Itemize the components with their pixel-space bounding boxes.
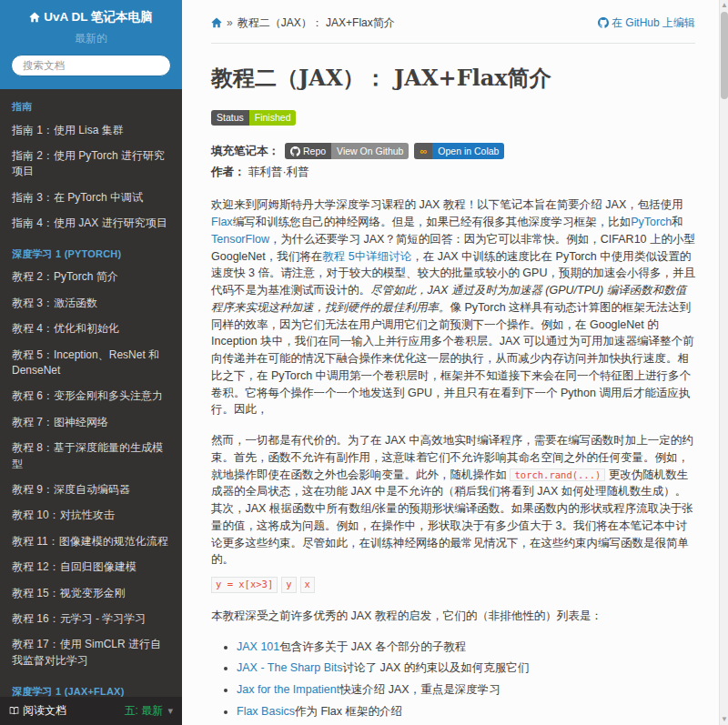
github-icon	[598, 17, 609, 28]
sidebar: UvA DL 笔记本电脑 最新的 指南指南 1：使用 Lisa 集群指南 2：使…	[0, 0, 182, 725]
text-run: 作为 Flax 框架的介绍	[295, 705, 402, 718]
home-icon	[211, 17, 222, 28]
colab-infinity-icon: ∞	[420, 146, 427, 156]
scrollbar-thumb[interactable]	[721, 12, 728, 99]
scroll-up-icon[interactable]: ▲	[720, 0, 728, 11]
inline-link[interactable]: JAX 101	[237, 640, 279, 653]
open-in-colab-badge[interactable]: ∞ Open in Colab	[414, 143, 504, 159]
sidebar-item[interactable]: 教程 7：图神经网络	[0, 409, 182, 435]
breadcrumb-separator: »	[227, 15, 233, 31]
sidebar-header: UvA DL 笔记本电脑 最新的	[0, 0, 182, 89]
text-run: 快速介绍 JAX，重点是深度学习	[339, 683, 500, 696]
filled-notebooks-row: 填充笔记本： Repo View On Github ∞ Open in Col…	[211, 143, 695, 160]
text-run: 更改伪随机数生成器的全局状态，这在功能 JAX 中是不允许的（稍后我们将看到 J…	[211, 468, 693, 567]
sidebar-item[interactable]: 教程 10：对抗性攻击	[0, 503, 182, 529]
home-icon	[29, 12, 40, 23]
page-title: 教程二（JAX）： JAX+Flax简介	[211, 62, 695, 95]
author-label: 作者：	[211, 166, 246, 178]
search-box	[11, 55, 171, 76]
sidebar-item[interactable]: 教程 6：变形金刚和多头注意力	[0, 384, 182, 409]
sidebar-item[interactable]: 教程 16：元学习 - 学习学习	[0, 606, 182, 631]
sidebar-item[interactable]: 教程 4：优化和初始化	[0, 317, 182, 342]
sidebar-item[interactable]: 教程 8：基于深度能量的生成模型	[0, 436, 182, 478]
text-run: 欢迎来到阿姆斯特丹大学深度学习课程的 JAX 教程！以下笔记本旨在简要介绍 JA…	[211, 198, 683, 211]
author-name: 菲利普·利普	[248, 166, 309, 178]
inline-link[interactable]: Jax for the Impatient	[237, 683, 339, 696]
list-item: JAX 101包含许多关于 JAX 各个部分的子教程	[237, 639, 695, 656]
sidebar-item[interactable]: 教程 12：自回归图像建模	[0, 555, 182, 580]
notebooks-label: 填充笔记本：	[211, 143, 279, 160]
sidebar-item[interactable]: 指南 2：使用 PyTorch 进行研究项目	[0, 143, 182, 185]
list-item: Flax Basics作为 Flax 框架的介绍	[237, 703, 695, 720]
inline-code: y	[281, 577, 296, 593]
status-badge-value: Finished	[249, 110, 297, 126]
version-current[interactable]: 最新	[141, 704, 163, 717]
inline-link[interactable]: Flax Basics	[237, 705, 295, 718]
chevron-down-icon[interactable]: ▾	[167, 705, 173, 716]
sidebar-item[interactable]: 指南 1：使用 Lisa 集群	[0, 117, 182, 143]
list-item: Jax for the Impatient快速介绍 JAX，重点是深度学习	[237, 681, 695, 699]
sidebar-item[interactable]: 教程 11：图像建模的规范化流程	[0, 529, 182, 554]
sidebar-item[interactable]: 教程 17：使用 SimCLR 进行自我监督对比学习	[0, 632, 182, 674]
inline-code: torch.rand(...)	[510, 468, 605, 481]
divider	[211, 43, 695, 44]
inline-link[interactable]: 教程 5中详细讨论	[322, 250, 411, 263]
sidebar-item[interactable]: 教程 9：深度自动编码器	[0, 477, 182, 502]
read-docs-label: 阅读文档	[23, 703, 66, 719]
version-prefix: 五:	[124, 704, 137, 717]
search-input[interactable]	[11, 55, 171, 76]
sidebar-item[interactable]: 指南 4：使用 JAX 进行研究项目	[0, 211, 182, 237]
breadcrumb: » 教程二（JAX）： JAX+Flax简介 在 GitHub 上编辑	[211, 15, 695, 31]
colab-badge-value: Open in Colab	[432, 143, 504, 159]
text-run: 讨论了 JAX 的约束以及如何克服它们	[343, 661, 530, 674]
sidebar-item[interactable]: 教程 3：激活函数	[0, 290, 182, 316]
sidebar-item[interactable]: 教程 5：Inception、ResNet 和 DenseNet	[0, 342, 182, 384]
page-scrollbar[interactable]: ▲ ▼	[719, 0, 728, 725]
inspired-paragraph: 本教程深受之前许多优秀的 JAX 教程的启发，它们的（非排他性的）列表是：	[211, 608, 695, 625]
inline-link[interactable]: PyTorch	[631, 216, 672, 228]
inline-link[interactable]: Flax	[211, 216, 233, 228]
repo-badge-label: Repo	[303, 146, 326, 156]
inline-code: y = x[x>3]	[211, 577, 278, 593]
view-on-github-badge[interactable]: Repo View On Github	[285, 143, 409, 159]
main-content: » 教程二（JAX）： JAX+Flax简介 在 GitHub 上编辑 教程二（…	[182, 0, 719, 725]
sidebar-menu: 指南指南 1：使用 Lisa 集群指南 2：使用 PyTorch 进行研究项目指…	[0, 89, 182, 725]
link-list: JAX 101包含许多关于 JAX 各个部分的子教程JAX - The Shar…	[237, 639, 695, 720]
status-badge-label: Status	[211, 110, 249, 126]
scroll-down-icon[interactable]: ▼	[720, 714, 728, 725]
status-badge: Status Finished	[211, 110, 296, 126]
sidebar-section-caption: 深度学习 1 (PYTORCH)	[0, 237, 182, 265]
text-run: 像 PyTorch 这样具有动态计算图的框架无法达到同样的效率，因为它们无法在用…	[211, 301, 694, 417]
sidebar-item[interactable]: 指南 3：在 PyTorch 中调试	[0, 185, 182, 210]
inline-link[interactable]: JAX - The Sharp Bits	[237, 661, 343, 674]
sidebar-section-caption: 指南	[0, 89, 182, 117]
sidebar-home-link[interactable]: UvA DL 笔记本电脑	[29, 9, 152, 25]
text-run: 本教程深受之前许多优秀的 JAX 教程的启发，它们的（非排他性的）列表是：	[211, 609, 602, 622]
text-run: 包含许多关于 JAX 各个部分的子教程	[279, 640, 466, 653]
sidebar-title: UvA DL 笔记本电脑	[44, 9, 152, 25]
text-run: 和	[672, 216, 683, 228]
text-run: 编写和训练您自己的神经网络。但是，如果已经有很多其他深度学习框架，比如	[233, 216, 632, 228]
readthedocs-flyout[interactable]: 阅读文档 五: 最新 ▾	[0, 697, 182, 725]
list-item: JAX - The Sharp Bits讨论了 JAX 的约束以及如何克服它们	[237, 660, 695, 677]
intro-paragraph: 欢迎来到阿姆斯特丹大学深度学习课程的 JAX 教程！以下笔记本旨在简要介绍 JA…	[211, 196, 695, 418]
github-icon	[290, 146, 300, 156]
book-icon	[9, 706, 19, 716]
repo-badge-value: View On Github	[331, 143, 409, 159]
breadcrumb-home-link[interactable]	[211, 17, 222, 28]
constraints-paragraph: 然而，一切都是有代价的。为了在 JAX 中高效地实时编译程序，需要在编写函数时加…	[211, 432, 695, 569]
sidebar-version: 最新的	[11, 31, 171, 46]
edit-link-label: 在 GitHub 上编辑	[612, 15, 695, 31]
inline-link[interactable]: TensorFlow	[211, 233, 269, 246]
sidebar-item[interactable]: 教程 2：PyTorch 简介	[0, 265, 182, 290]
breadcrumb-current: 教程二（JAX）： JAX+Flax简介	[238, 15, 395, 31]
edit-on-github-link[interactable]: 在 GitHub 上编辑	[598, 15, 695, 31]
code-chips: y = x[x>3]yx	[211, 577, 695, 593]
author-row: 作者： 菲利普·利普	[211, 164, 695, 181]
sidebar-item[interactable]: 教程 15：视觉变形金刚	[0, 580, 182, 606]
inline-code: x	[300, 577, 315, 593]
